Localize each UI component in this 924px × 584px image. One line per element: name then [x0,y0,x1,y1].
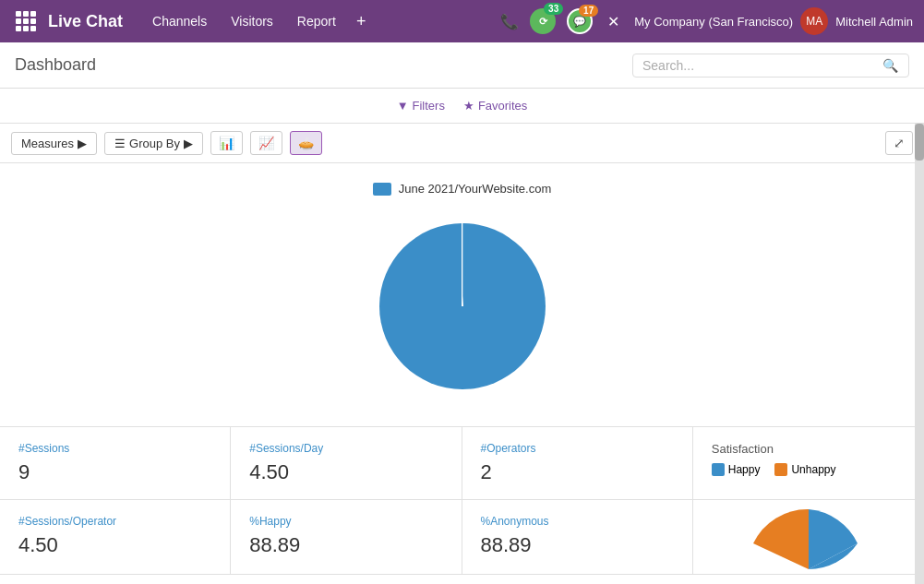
search-input[interactable] [642,58,882,73]
stat-anonymous-value: 88.89 [481,533,674,557]
favorites-button[interactable]: ★ Favorites [463,99,527,113]
company-name: My Company (San Francisco) [634,15,793,29]
happy-legend: Happy [712,463,761,476]
message-icon: 💬 [573,16,586,28]
phone-icon: 📞 [500,13,519,30]
stat-sessions-day: #Sessions/Day 4.50 [231,427,462,500]
nav-channels[interactable]: Channels [141,8,218,34]
stat-happy-value: 88.89 [249,533,442,557]
filters-label: Filters [413,99,445,113]
stat-sessions-value: 9 [18,460,211,484]
stat-sessions-operator: #Sessions/Operator 4.50 [0,500,231,575]
content-area: Measures ▶ ☰ Group By ▶ 📊 📈 🥧 ⤢ [0,124,924,584]
pie-chart-button[interactable]: 🥧 [290,131,322,155]
chart-container: June 2021/YourWebsite.com [0,163,924,426]
stat-happy-label: %Happy [249,515,442,528]
filter-icon: ▼ [397,99,409,113]
line-chart-icon: 📈 [258,136,274,150]
stat-sessions-operator-value: 4.50 [18,533,211,557]
stat-sessions-day-label: #Sessions/Day [249,442,442,455]
nav-add-button[interactable]: + [349,6,374,37]
happy-label: Happy [728,463,761,476]
chat-badge-icon: ⟳ [539,16,547,28]
stat-operators-label: #Operators [481,442,674,455]
filters-button[interactable]: ▼ Filters [397,99,445,113]
user-name: Mitchell Admin [835,15,913,29]
stat-sessions-operator-label: #Sessions/Operator [18,515,211,528]
satisfaction-title: Satisfaction [712,442,906,456]
nav-report[interactable]: Report [286,8,347,34]
close-button[interactable]: ✕ [600,9,627,34]
legend-color-swatch [373,183,391,196]
search-icon[interactable]: 🔍 [882,58,898,73]
chat-count-badge: 33 [544,3,563,15]
chart-legend: June 2021/YourWebsite.com [373,182,552,196]
star-icon: ★ [463,99,474,113]
chart-legend-label: June 2021/YourWebsite.com [399,182,552,196]
favorites-label: Favorites [478,99,527,113]
phone-button[interactable]: 📞 [497,9,522,34]
avatar-initials: MA [806,15,822,28]
stat-happy: %Happy 88.89 [231,500,462,575]
stat-operators-value: 2 [481,460,674,484]
main-panel: Measures ▶ ☰ Group By ▶ 📊 📈 🥧 ⤢ [0,124,924,584]
pie-chart-icon: 🥧 [298,136,314,150]
search-container: 🔍 [632,54,909,77]
secondary-navigation: Dashboard 🔍 [0,42,924,89]
chat-badge: ⟳ 33 [530,8,556,34]
pie-chart-svg [361,205,564,408]
expand-icon: ⤢ [894,136,905,150]
nav-visitors[interactable]: Visitors [220,8,284,34]
stat-anonymous-label: %Anonymous [481,515,674,528]
avatar[interactable]: MA [800,7,828,35]
line-chart-button[interactable]: 📈 [250,131,282,155]
grid-icon [16,11,36,31]
stat-anonymous: %Anonymous 88.89 [462,500,693,575]
stat-no-answer-row: %No Answer [0,575,924,584]
top-navigation: Live Chat Channels Visitors Report + 📞 ⟳… [0,0,924,42]
stat-operators: #Operators 2 [462,427,693,500]
nav-items: Channels Visitors Report + [141,6,497,37]
bottom-stats: #Sessions/Operator 4.50 %Happy 88.89 %An… [0,500,924,575]
app-title: Live Chat [48,12,123,31]
bar-chart-icon: 📊 [219,136,234,150]
satisfaction-mini-chart [693,500,924,575]
measures-button[interactable]: Measures ▶ [11,132,97,155]
expand-button[interactable]: ⤢ [885,131,913,155]
unhappy-legend: Unhappy [774,463,835,476]
messages-button[interactable]: 💬 17 [567,8,593,34]
group-by-label: Group By [129,137,180,150]
group-by-icon: ☰ [114,137,126,150]
stat-sessions: #Sessions 9 [0,427,231,500]
stat-sessions-label: #Sessions [18,442,211,455]
satisfaction-card: Satisfaction Happy Unhappy [693,427,924,500]
page-title: Dashboard [15,55,632,75]
bar-chart-button[interactable]: 📊 [210,131,243,155]
satisfaction-legend: Happy Unhappy [712,463,906,476]
measures-label: Measures [21,137,74,150]
stat-sessions-day-value: 4.50 [249,460,442,484]
messages-count-badge: 17 [579,5,598,17]
unhappy-label: Unhappy [791,463,835,476]
measures-arrow-icon: ▶ [78,137,87,150]
group-by-arrow-icon: ▶ [184,137,193,150]
filter-bar: ▼ Filters ★ Favorites [0,89,924,124]
satisfaction-mini-pie-svg [749,500,869,574]
toolbar: Measures ▶ ☰ Group By ▶ 📊 📈 🥧 ⤢ [0,124,924,163]
messages-badge: 💬 17 [567,8,593,34]
group-by-button[interactable]: ☰ Group By ▶ [104,132,203,155]
chat-counter-button[interactable]: ⟳ 33 [530,8,556,34]
happy-color-swatch [712,463,725,476]
stats-grid: #Sessions 9 #Sessions/Day 4.50 #Operator… [0,426,924,500]
scrollbar[interactable] [915,124,924,584]
pie-chart-visual [361,205,564,408]
apps-menu-button[interactable] [11,6,41,36]
unhappy-color-swatch [774,463,787,476]
nav-right-section: 📞 ⟳ 33 💬 17 ✕ My Company (San Francisco)… [497,7,913,35]
scrollbar-thumb[interactable] [915,124,924,161]
